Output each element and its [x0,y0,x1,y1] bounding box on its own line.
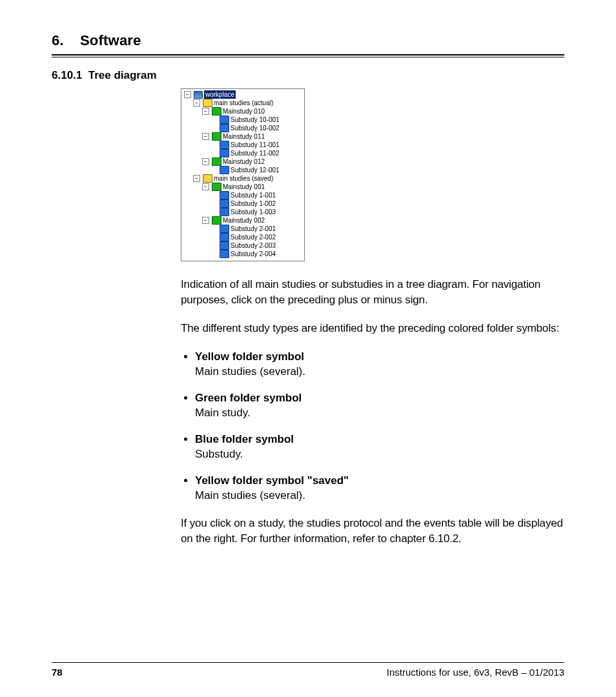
tree-node[interactable]: Substudy 2-003 [211,241,304,250]
paragraph-3: If you click on a study, the studies pro… [181,516,564,547]
tree-node-label: Substudy 10-001 [231,116,280,124]
legend-item: Green folder symbolMain study. [195,390,564,420]
tree-node-label: Substudy 2-004 [231,250,276,258]
blue-folder-icon [220,241,229,250]
tree-node-label: Substudy 11-002 [231,149,280,157]
tree-node-label: Substudy 1-003 [231,208,276,216]
minus-icon[interactable]: − [202,133,209,140]
tree-node[interactable]: Substudy 10-002 [211,124,304,132]
green-folder-icon [212,157,221,166]
tree-node[interactable]: Substudy 11-002 [211,149,304,157]
legend-item: Blue folder symbolSubstudy. [195,432,564,461]
blue-folder-icon [220,250,229,258]
chapter-title: Software [80,32,141,48]
legend-desc: Main study. [195,407,251,419]
blue-folder-icon [220,208,229,216]
section-number: 6.10.1 [52,69,82,81]
blue-folder-icon [220,233,229,241]
blue-folder-icon [220,124,229,132]
heading-rule [52,54,564,57]
tree-node-label: Substudy 11-001 [231,141,280,149]
legend-item: Yellow folder symbol "saved"Main studies… [195,473,564,503]
legend-desc: Substudy. [195,448,243,460]
legend-item: Yellow folder symbolMain studies (severa… [195,349,564,379]
legend-desc: Main studies (several). [195,365,305,378]
blue-folder-icon [220,116,229,124]
doc-id: Instructions for use, 6v3, RevB – 01/201… [387,667,564,678]
green-folder-icon [212,107,221,116]
minus-icon[interactable]: − [193,175,200,182]
tree-node[interactable]: −Mainstudy 011 [202,132,304,141]
tree-node[interactable]: −Mainstudy 001 [202,183,304,191]
minus-icon[interactable]: − [202,217,209,224]
tree-node[interactable]: Substudy 12-001 [211,166,304,174]
yellow-folder-icon [203,99,212,107]
tree-node-label: Mainstudy 001 [223,183,265,191]
paragraph-1: Indication of all main studies or substu… [181,277,564,308]
tree-node-label: Substudy 10-002 [231,124,280,132]
page: 6. Software 6.10.1 Tree diagram − workpl… [0,0,616,697]
legend-lead: Blue folder symbol [195,432,564,447]
minus-icon[interactable]: − [202,108,209,115]
folder-legend-list: Yellow folder symbolMain studies (severa… [181,349,564,503]
monitor-icon [194,91,203,99]
page-footer: 78 Instructions for use, 6v3, RevB – 01/… [52,662,564,678]
tree-node[interactable]: Substudy 11-001 [211,141,304,149]
tree-node-label: Substudy 1-002 [231,199,276,208]
tree-node-label: Substudy 2-002 [231,233,276,241]
content-column: − workplace −main studies (actual)−Mains… [181,88,564,547]
tree-node-label: main studies (saved) [214,174,273,183]
tree-root-label: workplace [204,90,236,99]
green-folder-icon [212,216,221,225]
section-heading: 6.10.1 Tree diagram [52,69,564,82]
tree-node-label: Mainstudy 011 [223,132,265,141]
tree-diagram: − workplace −main studies (actual)−Mains… [181,88,305,261]
chapter-number: 6. [52,32,64,48]
green-folder-icon [212,183,221,191]
yellow-folder-icon [203,174,212,183]
blue-folder-icon [220,141,229,149]
tree-node[interactable]: Substudy 1-001 [211,191,304,199]
paragraph-2: The different study types are identified… [181,321,564,336]
minus-icon[interactable]: − [193,99,200,106]
tree-node[interactable]: Substudy 2-002 [211,233,304,241]
blue-folder-icon [220,149,229,157]
tree-node-label: Mainstudy 002 [223,216,265,225]
blue-folder-icon [220,199,229,208]
tree-node-label: Mainstudy 010 [223,107,265,116]
tree-node[interactable]: Substudy 2-001 [211,225,304,233]
legend-lead: Green folder symbol [195,390,564,405]
blue-folder-icon [220,191,229,199]
minus-icon[interactable]: − [184,91,191,98]
tree-node-label: Substudy 12-001 [231,166,280,174]
tree-root-children: −main studies (actual)−Mainstudy 010Subs… [184,99,304,258]
tree-node-label: Substudy 2-003 [231,241,276,250]
tree-node[interactable]: Substudy 2-004 [211,250,304,258]
tree-node-label: Substudy 2-001 [231,225,276,233]
green-folder-icon [212,132,221,141]
chapter-heading: 6. Software [52,32,564,54]
minus-icon[interactable]: − [202,158,209,165]
tree-node-label: Mainstudy 012 [223,157,265,166]
tree-node[interactable]: Substudy 1-002 [211,199,304,208]
legend-lead: Yellow folder symbol "saved" [195,473,564,488]
tree-node[interactable]: −Mainstudy 002 [202,216,304,225]
minus-icon[interactable]: − [202,183,209,190]
legend-desc: Main studies (several). [195,489,305,501]
tree-node[interactable]: −main studies (saved) [193,174,304,183]
tree-node[interactable]: Substudy 10-001 [211,116,304,124]
section-title: Tree diagram [88,69,157,81]
tree-node[interactable]: −main studies (actual) [193,99,304,107]
blue-folder-icon [220,225,229,233]
tree-root[interactable]: − workplace [184,90,304,99]
tree-node[interactable]: −Mainstudy 010 [202,107,304,116]
tree-node-label: Substudy 1-001 [231,191,276,199]
legend-lead: Yellow folder symbol [195,349,564,364]
blue-folder-icon [220,166,229,174]
tree-node[interactable]: −Mainstudy 012 [202,157,304,166]
page-number: 78 [52,667,63,678]
tree-node-label: main studies (actual) [214,99,273,107]
tree-node[interactable]: Substudy 1-003 [211,208,304,216]
